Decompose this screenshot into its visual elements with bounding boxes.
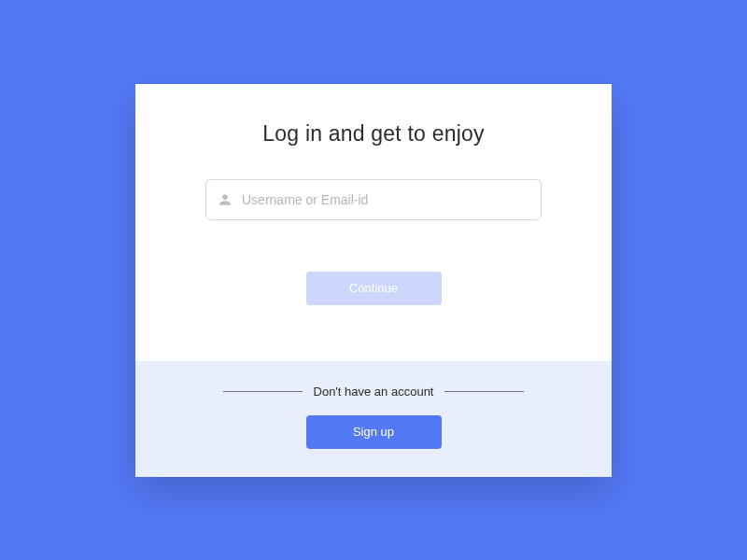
divider-line-right bbox=[444, 391, 524, 392]
login-main: Log in and get to enjoy Continue bbox=[135, 84, 612, 361]
login-card: Log in and get to enjoy Continue Don't h… bbox=[135, 84, 612, 477]
signup-footer: Don't have an account Sign up bbox=[135, 361, 612, 477]
divider-row: Don't have an account bbox=[223, 385, 525, 399]
continue-button[interactable]: Continue bbox=[306, 272, 442, 305]
divider-line-left bbox=[223, 391, 303, 392]
page-title: Log in and get to enjoy bbox=[262, 121, 484, 147]
signup-prompt: Don't have an account bbox=[314, 385, 434, 399]
username-input-wrapper bbox=[205, 179, 542, 220]
signup-button[interactable]: Sign up bbox=[306, 415, 442, 449]
username-input[interactable] bbox=[205, 179, 542, 220]
user-icon bbox=[218, 193, 232, 206]
